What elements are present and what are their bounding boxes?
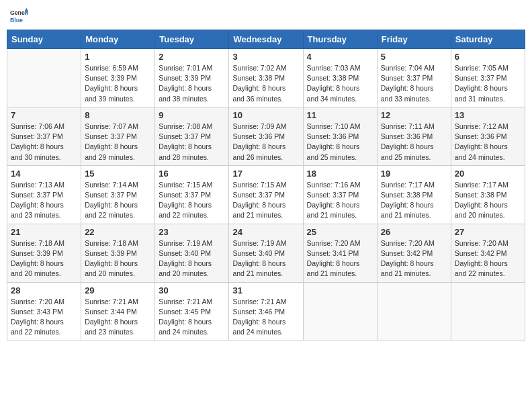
day-info: Sunrise: 7:01 AM Sunset: 3:39 PM Dayligh… xyxy=(159,63,225,104)
calendar-cell: 10Sunrise: 7:09 AM Sunset: 3:36 PM Dayli… xyxy=(229,107,303,165)
day-number: 18 xyxy=(307,169,373,179)
calendar-cell: 3Sunrise: 7:02 AM Sunset: 3:38 PM Daylig… xyxy=(229,49,303,107)
calendar-cell: 29Sunrise: 7:21 AM Sunset: 3:44 PM Dayli… xyxy=(81,282,155,340)
day-info: Sunrise: 7:18 AM Sunset: 3:39 PM Dayligh… xyxy=(85,238,151,279)
calendar-cell: 30Sunrise: 7:21 AM Sunset: 3:45 PM Dayli… xyxy=(155,282,229,340)
calendar-cell: 14Sunrise: 7:13 AM Sunset: 3:37 PM Dayli… xyxy=(7,165,81,224)
calendar-cell: 7Sunrise: 7:06 AM Sunset: 3:37 PM Daylig… xyxy=(7,107,81,165)
day-number: 11 xyxy=(307,110,373,120)
day-number: 25 xyxy=(307,227,373,237)
calendar-cell: 13Sunrise: 7:12 AM Sunset: 3:36 PM Dayli… xyxy=(451,107,525,165)
calendar-cell: 2Sunrise: 7:01 AM Sunset: 3:39 PM Daylig… xyxy=(155,49,229,107)
day-info: Sunrise: 7:20 AM Sunset: 3:42 PM Dayligh… xyxy=(455,238,521,279)
day-header-saturday: Saturday xyxy=(451,30,525,49)
calendar-cell: 27Sunrise: 7:20 AM Sunset: 3:42 PM Dayli… xyxy=(451,224,525,282)
day-info: Sunrise: 7:03 AM Sunset: 3:38 PM Dayligh… xyxy=(307,63,373,104)
day-number: 20 xyxy=(455,169,521,179)
day-info: Sunrise: 7:02 AM Sunset: 3:38 PM Dayligh… xyxy=(232,63,299,104)
day-info: Sunrise: 7:19 AM Sunset: 3:40 PM Dayligh… xyxy=(232,238,299,279)
day-number: 2 xyxy=(159,52,225,62)
calendar-cell: 5Sunrise: 7:04 AM Sunset: 3:37 PM Daylig… xyxy=(377,49,451,107)
day-number: 4 xyxy=(307,52,373,62)
day-number: 1 xyxy=(85,52,151,62)
day-number: 19 xyxy=(381,169,447,179)
day-header-tuesday: Tuesday xyxy=(155,30,229,49)
day-info: Sunrise: 7:21 AM Sunset: 3:46 PM Dayligh… xyxy=(232,297,299,338)
day-number: 3 xyxy=(232,52,299,62)
calendar-cell: 4Sunrise: 7:03 AM Sunset: 3:38 PM Daylig… xyxy=(303,49,377,107)
calendar-table: SundayMondayTuesdayWednesdayThursdayFrid… xyxy=(7,30,525,340)
calendar-week-3: 14Sunrise: 7:13 AM Sunset: 3:37 PM Dayli… xyxy=(7,165,525,224)
day-info: Sunrise: 7:06 AM Sunset: 3:37 PM Dayligh… xyxy=(11,122,77,163)
calendar-cell: 23Sunrise: 7:19 AM Sunset: 3:40 PM Dayli… xyxy=(155,224,229,282)
day-info: Sunrise: 7:21 AM Sunset: 3:45 PM Dayligh… xyxy=(159,297,225,338)
day-info: Sunrise: 7:20 AM Sunset: 3:43 PM Dayligh… xyxy=(11,297,77,338)
calendar-week-2: 7Sunrise: 7:06 AM Sunset: 3:37 PM Daylig… xyxy=(7,107,525,165)
day-info: Sunrise: 7:08 AM Sunset: 3:37 PM Dayligh… xyxy=(159,122,225,163)
day-header-sunday: Sunday xyxy=(7,30,81,49)
calendar-cell: 19Sunrise: 7:17 AM Sunset: 3:38 PM Dayli… xyxy=(377,165,451,224)
day-number: 21 xyxy=(11,227,77,237)
day-info: Sunrise: 7:15 AM Sunset: 3:37 PM Dayligh… xyxy=(232,180,299,221)
calendar-cell: 21Sunrise: 7:18 AM Sunset: 3:39 PM Dayli… xyxy=(7,224,81,282)
day-number: 16 xyxy=(159,169,225,179)
day-number: 23 xyxy=(159,227,225,237)
calendar-cell: 24Sunrise: 7:19 AM Sunset: 3:40 PM Dayli… xyxy=(229,224,303,282)
day-info: Sunrise: 7:18 AM Sunset: 3:39 PM Dayligh… xyxy=(11,238,77,279)
day-number: 13 xyxy=(455,110,521,120)
day-number: 24 xyxy=(232,227,299,237)
calendar-cell: 16Sunrise: 7:15 AM Sunset: 3:37 PM Dayli… xyxy=(155,165,229,224)
calendar-cell xyxy=(451,282,525,340)
day-header-thursday: Thursday xyxy=(303,30,377,49)
calendar-cell: 11Sunrise: 7:10 AM Sunset: 3:36 PM Dayli… xyxy=(303,107,377,165)
day-info: Sunrise: 7:12 AM Sunset: 3:36 PM Dayligh… xyxy=(455,122,521,163)
calendar-cell: 8Sunrise: 7:07 AM Sunset: 3:37 PM Daylig… xyxy=(81,107,155,165)
calendar-cell: 18Sunrise: 7:16 AM Sunset: 3:37 PM Dayli… xyxy=(303,165,377,224)
day-info: Sunrise: 7:09 AM Sunset: 3:36 PM Dayligh… xyxy=(232,122,299,163)
day-number: 22 xyxy=(85,227,151,237)
calendar-cell: 15Sunrise: 7:14 AM Sunset: 3:37 PM Dayli… xyxy=(81,165,155,224)
day-info: Sunrise: 7:04 AM Sunset: 3:37 PM Dayligh… xyxy=(381,63,447,104)
day-number: 26 xyxy=(381,227,447,237)
day-number: 14 xyxy=(11,169,77,179)
day-number: 17 xyxy=(232,169,299,179)
day-info: Sunrise: 7:17 AM Sunset: 3:38 PM Dayligh… xyxy=(381,180,447,221)
day-info: Sunrise: 7:05 AM Sunset: 3:37 PM Dayligh… xyxy=(455,63,521,104)
day-info: Sunrise: 7:13 AM Sunset: 3:37 PM Dayligh… xyxy=(11,180,77,221)
day-number: 30 xyxy=(159,285,225,295)
calendar-cell: 26Sunrise: 7:20 AM Sunset: 3:42 PM Dayli… xyxy=(377,224,451,282)
calendar-cell: 22Sunrise: 7:18 AM Sunset: 3:39 PM Dayli… xyxy=(81,224,155,282)
calendar-cell: 25Sunrise: 7:20 AM Sunset: 3:41 PM Dayli… xyxy=(303,224,377,282)
day-info: Sunrise: 7:19 AM Sunset: 3:40 PM Dayligh… xyxy=(159,238,225,279)
calendar-cell xyxy=(303,282,377,340)
day-info: Sunrise: 7:16 AM Sunset: 3:37 PM Dayligh… xyxy=(307,180,373,221)
day-number: 7 xyxy=(11,110,77,120)
day-info: Sunrise: 7:11 AM Sunset: 3:36 PM Dayligh… xyxy=(381,122,447,163)
calendar-cell: 17Sunrise: 7:15 AM Sunset: 3:37 PM Dayli… xyxy=(229,165,303,224)
day-number: 31 xyxy=(232,285,299,295)
calendar-cell: 31Sunrise: 7:21 AM Sunset: 3:46 PM Dayli… xyxy=(229,282,303,340)
day-number: 15 xyxy=(85,169,151,179)
day-number: 10 xyxy=(232,110,299,120)
day-number: 8 xyxy=(85,110,151,120)
calendar-cell: 6Sunrise: 7:05 AM Sunset: 3:37 PM Daylig… xyxy=(451,49,525,107)
day-number: 6 xyxy=(455,52,521,62)
calendar-week-4: 21Sunrise: 7:18 AM Sunset: 3:39 PM Dayli… xyxy=(7,224,525,282)
day-header-friday: Friday xyxy=(377,30,451,49)
calendar-week-1: 1Sunrise: 6:59 AM Sunset: 3:39 PM Daylig… xyxy=(7,49,525,107)
day-info: Sunrise: 7:14 AM Sunset: 3:37 PM Dayligh… xyxy=(85,180,151,221)
day-number: 9 xyxy=(159,110,225,120)
day-info: Sunrise: 6:59 AM Sunset: 3:39 PM Dayligh… xyxy=(85,63,151,104)
day-header-wednesday: Wednesday xyxy=(229,30,303,49)
day-header-monday: Monday xyxy=(81,30,155,49)
day-number: 12 xyxy=(381,110,447,120)
day-info: Sunrise: 7:20 AM Sunset: 3:41 PM Dayligh… xyxy=(307,238,373,279)
calendar-cell: 12Sunrise: 7:11 AM Sunset: 3:36 PM Dayli… xyxy=(377,107,451,165)
day-number: 27 xyxy=(455,227,521,237)
calendar-cell xyxy=(7,49,81,107)
day-number: 5 xyxy=(381,52,447,62)
calendar-cell: 9Sunrise: 7:08 AM Sunset: 3:37 PM Daylig… xyxy=(155,107,229,165)
page-header: General Blue xyxy=(7,7,525,26)
day-info: Sunrise: 7:07 AM Sunset: 3:37 PM Dayligh… xyxy=(85,122,151,163)
logo-icon: General Blue xyxy=(9,7,28,26)
